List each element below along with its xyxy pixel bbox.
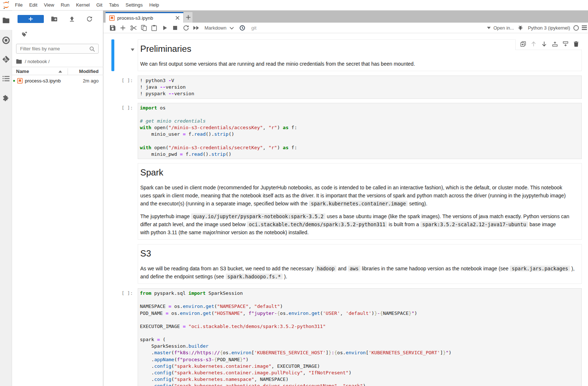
code-token: get [203,310,211,316]
menu-run[interactable]: Run [57,0,73,10]
markdown-rendered[interactable]: S3As we will be reading data from an S3 … [138,244,582,284]
chevron-down-icon [229,27,234,30]
interrupt-kernel-button[interactable] [170,23,180,33]
code-editor[interactable]: from pyspark.sql import SparkSession NAM… [138,288,582,386]
menu-help[interactable]: Help [146,0,163,10]
git-clone-button[interactable] [19,30,29,39]
git-diff-button[interactable]: git [251,23,256,33]
menu-file[interactable]: File [12,0,26,10]
inline-code: spark.kubernetes.container.image [309,201,408,206]
cell-3-markdown[interactable]: SparkSpark can be used in client mode (r… [111,163,582,240]
code-token: # get minio credentials [140,118,206,124]
stop-circle-icon-svg [2,36,10,44]
cell-prompt [114,39,136,71]
move-cell-up-button[interactable] [531,42,537,47]
markdown-line: Spark can be used in client mode (recomm… [140,184,579,192]
menu-git[interactable]: Git [93,0,106,10]
new-folder-button[interactable] [50,15,58,23]
cell-prompt: [ ]: [114,288,136,386]
code-editor[interactable]: ! python3 -V! java --version! pyspark --… [138,76,582,99]
upload-button[interactable] [68,15,76,23]
debugger-button[interactable] [518,25,523,31]
code-token: get [312,310,320,316]
tab-process-s3[interactable]: process-s3.ipynb [106,12,183,23]
menu-settings[interactable]: Settings [122,0,146,10]
cell-2-code[interactable]: [ ]:import os # get minio credentialswit… [111,103,582,159]
activity-git[interactable] [0,51,12,67]
code-token: process-s3- [183,357,214,362]
cell-1-code[interactable]: [ ]:! python3 -V! java --version! pyspar… [111,76,582,99]
filter-files-input[interactable] [16,46,86,51]
code-token: environ [180,310,200,316]
code-token: strip [211,151,226,157]
cell-collapser[interactable] [111,39,114,71]
menu-tabs[interactable]: Tabs [106,0,122,10]
cell-collapser[interactable] [111,103,114,159]
menu-kernel[interactable]: Kernel [73,0,93,10]
upload-icon [69,16,75,22]
activity-file-browser[interactable] [0,11,12,30]
cell-4-markdown[interactable]: S3As we will be reading data from an S3 … [111,244,582,284]
cell-collapser[interactable] [111,244,114,284]
activity-running-sessions[interactable] [0,32,12,48]
new-launcher-button[interactable] [18,15,44,23]
code-token: "/minio-s3-credentials/accessKey" [168,125,263,130]
cell-type-dropdown[interactable]: Markdown [205,23,234,33]
cell-collapser[interactable] [111,163,114,240]
cell-5-code[interactable]: [ ]:from pyspark.sql import SparkSession… [111,288,582,386]
kernel-name[interactable]: Python 3 (ipykernel) [528,25,570,31]
refresh-button[interactable] [85,15,94,23]
code-editor[interactable]: import os # get minio credentialswith op… [138,103,582,159]
code-token: "spark.kubernetes.authenticate.driver.se… [174,383,337,386]
cell-prompt: [ ]: [114,103,136,159]
notebook-toolbar: Markdown git Open in... [103,23,588,33]
restart-run-all-button[interactable] [191,23,201,33]
plus-icon [186,15,191,20]
code-token: "oci.stackable.tech/demos/spark:3.5.2-py… [188,324,326,329]
inline-code: spark.hadoopo.fs.* [226,274,283,279]
bug-icon [518,25,523,31]
code-token: "spark.kubernetes.namespace" [174,377,254,382]
move-cell-up-icon [531,41,536,48]
code-token: get [206,304,214,309]
cell-0-markdown[interactable]: PreliminariesWe can first output some ve… [111,39,582,71]
activity-extension-manager[interactable] [0,90,12,106]
copy-cells-button[interactable] [139,23,149,33]
new-tab-button[interactable] [184,12,192,23]
insert-cell-below-button[interactable] [563,42,569,47]
cell-collapser[interactable] [111,288,114,386]
code-token: as [283,125,289,130]
code-token: from [140,290,151,296]
run-cell-button[interactable] [160,23,170,33]
tab-close-button[interactable] [175,15,180,21]
insert-cell-button[interactable] [118,23,128,33]
cell-type-value: Markdown [205,25,226,31]
markdown-rendered[interactable]: SparkSpark can be used in client mode (r… [138,163,582,240]
code-line [140,297,581,303]
cut-cells-button[interactable] [129,23,139,33]
breadcrumb[interactable]: / notebook / [16,58,50,65]
menu-edit[interactable]: Edit [26,0,41,10]
delete-cell-button[interactable] [573,42,579,47]
checkpoint-diff-button[interactable] [237,23,247,33]
activity-table-of-contents[interactable] [0,70,12,86]
column-header-name[interactable]: Name [16,69,29,74]
code-token: } [240,357,243,362]
toolbar-overflow-menu[interactable] [582,25,587,31]
move-cell-down-button[interactable] [541,42,547,47]
paste-cells-button[interactable] [149,23,159,33]
heading-collapser-icon[interactable] [131,49,134,51]
delete-cell-icon [574,41,579,48]
restart-kernel-button[interactable] [181,23,191,33]
cell-collapser[interactable] [111,76,114,99]
file-row[interactable]: process-s3.ipynb 2m ago [12,77,103,85]
scissors-icon [130,25,137,31]
menu-view[interactable]: View [41,0,57,10]
duplicate-cell-button[interactable] [520,42,526,47]
code-token: with [140,125,151,130]
save-button[interactable] [107,23,118,33]
code-token: { [334,350,337,355]
column-header-modified[interactable]: Modified [79,69,99,74]
insert-cell-above-button[interactable] [552,42,558,47]
open-in-dropdown[interactable]: Open in... [487,25,514,31]
